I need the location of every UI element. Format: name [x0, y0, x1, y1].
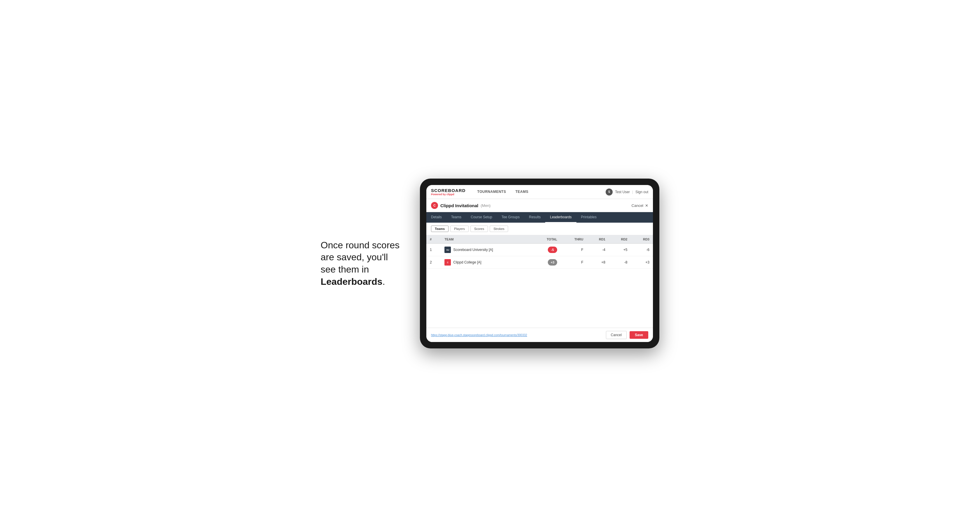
tab-results[interactable]: Results [524, 212, 545, 223]
rd1-2: +8 [587, 256, 609, 269]
rank-2: 2 [426, 256, 441, 269]
logo-text: SCOREBOARD [431, 188, 466, 193]
nav-tab-tournaments[interactable]: TOURNAMENTS [473, 185, 511, 199]
tournament-gender: (Men) [480, 203, 491, 208]
tablet-device: SCOREBOARD Powered by clippd TOURNAMENTS… [420, 179, 659, 348]
col-rank: # [426, 235, 441, 244]
thru-1: F [561, 244, 587, 256]
rd3-2: +3 [631, 256, 653, 269]
logo-sub: Powered by clippd [431, 193, 466, 196]
tab-details[interactable]: Details [426, 212, 447, 223]
col-rd2: RD2 [609, 235, 631, 244]
col-total: TOTAL [532, 235, 561, 244]
rd3-1: -6 [631, 244, 653, 256]
section-tabs: Details Teams Course Setup Tee Groups Re… [426, 212, 653, 223]
filter-row: Teams Players Scores Strokes [426, 223, 653, 235]
tournament-header: C Clippd Invitational (Men) Cancel ✕ [426, 199, 653, 212]
col-team: TEAM [441, 235, 532, 244]
team-logo-2: C [444, 259, 451, 265]
app-footer: https://stage-blue-coach.stagessoreboard… [426, 328, 653, 342]
tab-teams[interactable]: Teams [447, 212, 466, 223]
tab-printables[interactable]: Printables [576, 212, 601, 223]
content-area: Teams Players Scores Strokes # TEAM TOTA… [426, 223, 653, 328]
filter-strokes-btn[interactable]: Strokes [490, 225, 508, 232]
cancel-button-top[interactable]: Cancel ✕ [632, 203, 648, 208]
tablet-screen: SCOREBOARD Powered by clippd TOURNAMENTS… [426, 185, 653, 342]
cancel-button-footer[interactable]: Cancel [606, 331, 627, 339]
tournament-icon: C [431, 202, 438, 209]
sign-out-link[interactable]: Sign out [635, 190, 648, 194]
user-avatar: S [606, 189, 612, 195]
table-row: 2 C Clippd College [A] +3 F [426, 256, 653, 269]
app-header: SCOREBOARD Powered by clippd TOURNAMENTS… [426, 185, 653, 199]
team-logo-1: SU [444, 246, 451, 253]
instruction-text: Once round scores are saved, you'll see … [321, 239, 402, 288]
save-button[interactable]: Save [630, 331, 648, 339]
col-rd3: RD3 [631, 235, 653, 244]
tournament-title-area: C Clippd Invitational (Men) [431, 202, 491, 209]
team-name-1: SU Scoreboard University [A] [441, 244, 532, 256]
main-nav: TOURNAMENTS TEAMS [473, 185, 533, 199]
score-badge-2: +3 [548, 259, 557, 265]
col-rd1: RD1 [587, 235, 609, 244]
score-badge-1: -5 [548, 246, 557, 253]
nav-tab-teams[interactable]: TEAMS [511, 185, 533, 199]
filter-players-btn[interactable]: Players [450, 225, 469, 232]
rd1-1: -4 [587, 244, 609, 256]
rd2-2: -8 [609, 256, 631, 269]
thru-2: F [561, 256, 587, 269]
filter-scores-btn[interactable]: Scores [471, 225, 488, 232]
logo-area: SCOREBOARD Powered by clippd [431, 188, 466, 196]
rank-1: 1 [426, 244, 441, 256]
total-score-2: +3 [532, 256, 561, 269]
tab-tee-groups[interactable]: Tee Groups [497, 212, 524, 223]
tournament-name: Clippd Invitational [441, 203, 478, 208]
filter-teams-btn[interactable]: Teams [431, 225, 449, 232]
total-score-1: -5 [532, 244, 561, 256]
leaderboard-table: # TEAM TOTAL THRU RD1 RD2 RD3 1 [426, 235, 653, 269]
rd2-1: +5 [609, 244, 631, 256]
tab-course-setup[interactable]: Course Setup [466, 212, 497, 223]
header-right: S Test User | Sign out [606, 189, 648, 195]
footer-url: https://stage-blue-coach.stagessoreboard… [431, 333, 527, 337]
team-name-2: C Clippd College [A] [441, 256, 532, 269]
tab-leaderboards[interactable]: Leaderboards [545, 212, 576, 223]
col-thru: THRU [561, 235, 587, 244]
user-name: Test User [615, 190, 630, 194]
table-row: 1 SU Scoreboard University [A] -5 F [426, 244, 653, 256]
